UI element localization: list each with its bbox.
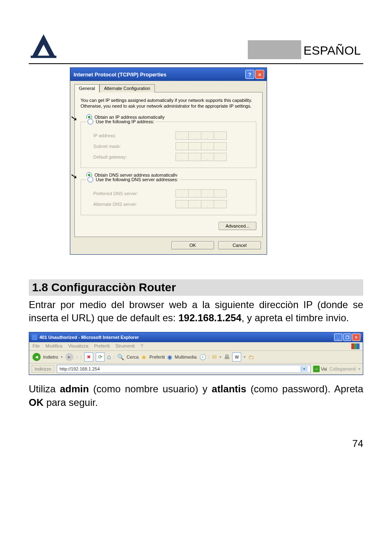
alt-dns-label: Alternate DNS server: (86, 202, 175, 207)
ie-window: 401 Unauthorized - Microsoft Internet Ex… (29, 332, 363, 375)
section-paragraph-1: Entrar por medio del browser web a la si… (29, 298, 363, 325)
favorites-label[interactable]: Preferiti (149, 355, 165, 359)
address-input[interactable]: http://192.168.1.254 ▾ (57, 365, 311, 373)
arrow-icon: ➘ (70, 113, 78, 124)
back-icon[interactable]: ◄ (32, 353, 41, 361)
logo (29, 33, 58, 59)
menu-strumenti[interactable]: Strumenti (115, 343, 135, 349)
dialog-title: Internet Protocol (TCP/IP) Properties (74, 71, 166, 78)
history-icon[interactable]: 🕘 (199, 354, 206, 360)
ie-menu-bar: File Modifica Visualizza Preferiti Strum… (29, 342, 363, 351)
media-label[interactable]: Multimedia (175, 355, 196, 359)
radio-use-ip[interactable]: Use the following IP address: (86, 119, 156, 124)
header-divider (29, 63, 363, 64)
menu-preferiti[interactable]: Preferiti (94, 343, 110, 349)
tcpip-dialog: Internet Protocol (TCP/IP) Properties ? … (70, 67, 267, 255)
ip-address-input: ... (175, 131, 227, 140)
ie-address-bar: Indirizzo http://192.168.1.254 ▾ → Vai C… (29, 364, 363, 375)
ie-toolbar: ◄ Indietro ▾ ► ▾ | ✖ ⟳ ⌂ | 🔍 Cerca ★ Pre… (29, 351, 363, 364)
windows-flag-icon (351, 343, 360, 349)
maximize-icon[interactable]: ❐ (343, 334, 351, 341)
go-label: Vai (321, 366, 327, 371)
menu-modifica[interactable]: Modifica (46, 343, 62, 349)
go-button[interactable]: → Vai (313, 366, 327, 372)
search-icon[interactable]: 🔍 (117, 354, 124, 360)
go-icon: → (313, 366, 320, 372)
radio-icon (88, 177, 93, 182)
radio-use-dns[interactable]: Use the following DNS server addresses: (86, 177, 180, 182)
menu-file[interactable]: File (32, 343, 40, 349)
subnet-mask-label: Subnet mask: (86, 144, 175, 149)
favorites-icon[interactable]: ★ (141, 353, 147, 361)
dialog-help-text: You can get IP settings assigned automat… (81, 97, 256, 109)
menu-help[interactable]: ? (141, 343, 143, 349)
links-label[interactable]: Collegamenti (330, 366, 356, 371)
forward-icon[interactable]: ► (65, 353, 74, 361)
home-icon[interactable]: ⌂ (107, 353, 111, 361)
language-block: ESPAÑOL (248, 40, 364, 59)
ip-address-label: IP address: (86, 133, 175, 138)
subnet-mask-input: ... (175, 142, 227, 150)
tab-general[interactable]: General (74, 84, 99, 92)
pref-dns-input: ... (175, 189, 227, 198)
menu-visualizza[interactable]: Visualizza (68, 343, 88, 349)
media-icon[interactable]: ◉ (167, 354, 172, 360)
gateway-input: ... (175, 153, 227, 161)
mail-icon[interactable]: ✉ (212, 354, 217, 360)
radio-label: Use the following DNS server addresses: (96, 177, 178, 182)
refresh-icon[interactable]: ⟳ (96, 352, 105, 362)
close-icon[interactable]: × (255, 70, 264, 79)
page-number: 74 (29, 438, 363, 449)
dialog-titlebar: Internet Protocol (TCP/IP) Properties ? … (70, 68, 267, 81)
discuss-icon[interactable]: 🗀 (248, 354, 254, 360)
radio-label: Use the following IP address: (96, 119, 154, 124)
chevron-icon[interactable]: » (358, 367, 360, 371)
address-url: http://192.168.1.254 (60, 366, 100, 371)
gateway-label: Default gateway: (86, 154, 175, 159)
close-icon[interactable]: × (352, 334, 360, 341)
tab-alternate[interactable]: Alternate Configuration (99, 84, 155, 92)
ie-icon (32, 334, 37, 340)
print-icon[interactable]: 🖶 (224, 354, 230, 360)
svg-rect-0 (31, 55, 57, 58)
section-paragraph-2: Utiliza admin (como nombre usuario) y at… (29, 382, 363, 409)
search-label[interactable]: Cerca (127, 355, 138, 359)
cancel-button[interactable]: Cancel (218, 241, 261, 249)
ok-button[interactable]: OK (171, 241, 214, 249)
language-label: ESPAÑOL (301, 40, 364, 59)
ie-titlebar: 401 Unauthorized - Microsoft Internet Ex… (29, 332, 363, 342)
minimize-icon[interactable]: _ (334, 334, 342, 341)
address-label: Indirizzo (32, 365, 54, 373)
pref-dns-label: Preferred DNS server: (86, 191, 175, 196)
address-dropdown-icon[interactable]: ▾ (301, 366, 308, 372)
section-heading: 1.8 Configuracciòn Router (29, 279, 363, 296)
edit-icon[interactable]: W (232, 352, 241, 362)
back-label[interactable]: Indietro (43, 355, 58, 359)
advanced-button[interactable]: Advanced... (219, 222, 256, 230)
alt-dns-input: ... (175, 200, 227, 208)
help-icon[interactable]: ? (245, 70, 254, 79)
stop-icon[interactable]: ✖ (84, 352, 93, 362)
arrow-icon: ➘ (70, 170, 78, 182)
ie-title-text: 401 Unauthorized - Microsoft Internet Ex… (39, 335, 139, 340)
radio-icon (88, 119, 93, 124)
